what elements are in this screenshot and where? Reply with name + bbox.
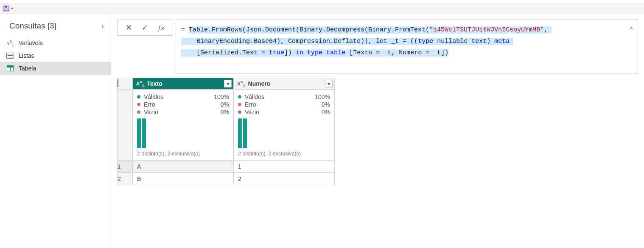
quick-access-toolbar: ▾ <box>0 3 644 14</box>
data-cell[interactable]: A <box>133 161 234 173</box>
distribution-chart <box>137 116 229 150</box>
data-preview-table: ABC Texto ▾ ABC Numero ▾ <box>117 78 335 185</box>
distribution-caption: 2 distinto(s), 2 exclusivo(s) <box>238 150 330 157</box>
table-corner-button[interactable] <box>118 78 133 90</box>
svg-rect-2 <box>5 9 8 11</box>
text-type-icon: ABC <box>136 80 145 87</box>
table-type-icon <box>6 65 14 71</box>
qat-dropdown-icon[interactable]: ▾ <box>11 6 13 11</box>
distribution-chart <box>238 116 330 150</box>
query-item-label: Variaveis <box>19 39 43 46</box>
query-item-listas[interactable]: Listas <box>0 49 111 62</box>
queries-pane: Consultas [3] ‹ ABC Variaveis Listas Tab… <box>0 14 111 248</box>
table-row[interactable]: 1 A 1 <box>118 161 335 173</box>
data-cell[interactable]: 1 <box>234 161 335 173</box>
data-cell[interactable]: B <box>133 173 234 185</box>
list-type-icon <box>6 53 14 59</box>
data-cell[interactable]: 2 <box>234 173 335 185</box>
save-icon[interactable] <box>3 6 9 11</box>
column-header-texto[interactable]: ABC Texto ▾ <box>133 78 234 90</box>
fx-icon[interactable]: ƒx <box>157 24 165 31</box>
row-number: 2 <box>118 173 133 185</box>
column-title: Numero <box>248 80 322 87</box>
text-type-icon: ABC <box>237 80 246 87</box>
formula-bar[interactable]: = Table.FromRows(Json.Document(Binary.De… <box>176 20 638 73</box>
column-header-numero[interactable]: ABC Numero ▾ <box>234 78 335 90</box>
content-area: ✕ ✓ ƒx = Table.FromRows(Json.Document(Bi… <box>111 14 644 248</box>
text-type-icon: ABC <box>6 40 14 46</box>
query-item-tabela[interactable]: Tabela <box>0 62 111 75</box>
column-filter-button[interactable]: ▾ <box>224 80 232 87</box>
distribution-caption: 2 distinto(s), 2 exclusivo(s) <box>137 150 229 157</box>
queries-pane-title: Consultas [3] <box>9 21 56 31</box>
ribbon-placeholder <box>0 0 644 3</box>
formula-toolbar: ✕ ✓ ƒx <box>117 20 172 36</box>
query-item-label: Listas <box>19 52 34 59</box>
column-filter-button[interactable]: ▾ <box>325 80 333 87</box>
collapse-formula-icon[interactable]: ⌃ <box>629 24 633 37</box>
row-number: 1 <box>118 161 133 173</box>
column-quality-numero: Válidos100% Erro0% Vazio0% 2 distinto(s)… <box>234 90 335 161</box>
confirm-icon[interactable]: ✓ <box>140 23 149 32</box>
query-item-label: Tabela <box>19 65 36 72</box>
column-title: Texto <box>147 80 221 87</box>
query-item-variaveis[interactable]: ABC Variaveis <box>0 37 111 49</box>
cancel-icon[interactable]: ✕ <box>124 23 133 32</box>
table-row[interactable]: 2 B 2 <box>118 173 335 185</box>
collapse-pane-icon[interactable]: ‹ <box>101 22 104 31</box>
column-quality-texto: Válidos100% Erro0% Vazio0% 2 distinto(s)… <box>133 90 234 161</box>
svg-rect-1 <box>5 6 7 8</box>
